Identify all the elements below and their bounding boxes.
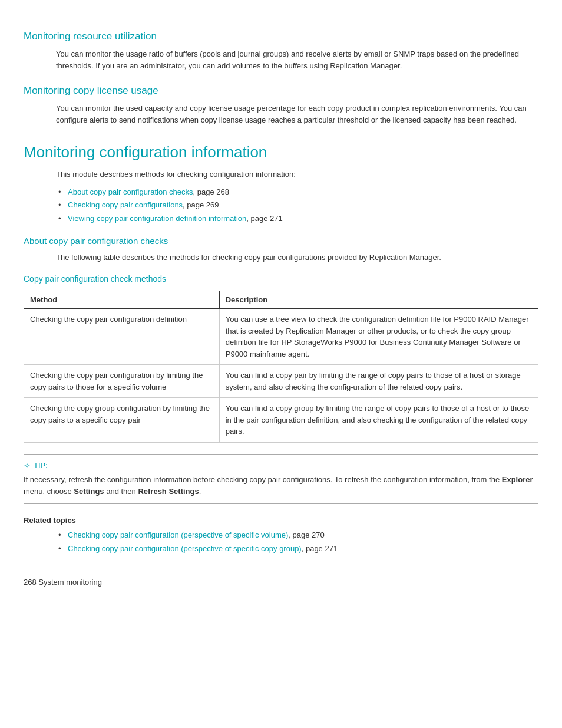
tip-box: ✧ TIP: If necessary, refresh the configu… [24, 454, 538, 504]
tip-bold-explorer: Explorer [502, 475, 533, 484]
footer-text: 268 System monitoring [24, 578, 538, 587]
table-cell-desc-2: You can find a copy pair by limiting the… [219, 365, 538, 398]
tip-text-mid: menu, choose [24, 487, 74, 496]
heading-monitoring-copy-license: Monitoring copy license usage [24, 85, 538, 97]
text-monitoring-config-intro: This module describes methods for checki… [56, 169, 538, 180]
table-row: Checking the copy pair configuration def… [24, 309, 538, 365]
page-ref: , page 269 [183, 200, 219, 209]
table-cell-method-2: Checking the copy pair configuration by … [24, 365, 220, 398]
tip-text-end1: and then [104, 487, 138, 496]
link-checking-copy[interactable]: Checking copy pair configurations [68, 200, 183, 209]
page-ref: , page 271 [302, 544, 338, 553]
tip-text: If necessary, refresh the configuration … [24, 474, 538, 498]
heading-copy-pair-table: Copy pair configuration check methods [24, 274, 538, 284]
list-item: Checking copy pair configuration (perspe… [68, 543, 538, 555]
tip-text-before: If necessary, refresh the configuration … [24, 475, 502, 484]
table-header-description: Description [219, 291, 538, 309]
table-header-method: Method [24, 291, 220, 309]
link-related-2[interactable]: Checking copy pair configuration (perspe… [68, 544, 302, 553]
config-table: Method Description Checking the copy pai… [24, 291, 538, 443]
tip-label: ✧ TIP: [24, 461, 538, 470]
heading-monitoring-resource: Monitoring resource utilization [24, 31, 538, 42]
list-item: About copy pair configuration checks, pa… [68, 186, 538, 198]
text-monitoring-copy-license: You can monitor the used capacity and co… [56, 103, 538, 126]
tip-bold-settings: Settings [74, 487, 104, 496]
heading-about-copy: About copy pair configuration checks [24, 236, 538, 246]
link-viewing-copy[interactable]: Viewing copy pair configuration definiti… [68, 214, 246, 223]
list-item: Viewing copy pair configuration definiti… [68, 213, 538, 225]
page-ref: , page 268 [193, 187, 229, 196]
table-cell-method-1: Checking the copy pair configuration def… [24, 309, 220, 365]
text-monitoring-resource: You can monitor the usage ratio of buffe… [56, 48, 538, 72]
text-about-copy: The following table describes the method… [56, 252, 538, 263]
link-about-copy[interactable]: About copy pair configuration checks [68, 187, 193, 196]
table-cell-method-3: Checking the copy group configuration by… [24, 398, 220, 443]
related-topics-heading: Related topics [24, 516, 538, 525]
table-row: Checking the copy pair configuration by … [24, 365, 538, 398]
tip-icon: ✧ [24, 461, 31, 470]
list-item: Checking copy pair configurations, page … [68, 199, 538, 211]
page-ref: , page 271 [246, 214, 282, 223]
tip-text-end2: . [199, 487, 201, 496]
tip-bold-refresh: Refresh Settings [138, 487, 199, 496]
link-related-1[interactable]: Checking copy pair configuration (perspe… [68, 531, 288, 539]
list-item: Checking copy pair configuration (perspe… [68, 529, 538, 541]
page-ref: , page 270 [288, 531, 324, 539]
table-row: Checking the copy group configuration by… [24, 398, 538, 443]
monitoring-config-bullets: About copy pair configuration checks, pa… [68, 186, 538, 225]
tip-label-text: TIP: [34, 461, 48, 470]
table-cell-desc-1: You can use a tree view to check the con… [219, 309, 538, 365]
related-topics-bullets: Checking copy pair configuration (perspe… [68, 529, 538, 554]
table-cell-desc-3: You can find a copy group by limiting th… [219, 398, 538, 443]
heading-monitoring-config: Monitoring configuration information [24, 143, 538, 162]
